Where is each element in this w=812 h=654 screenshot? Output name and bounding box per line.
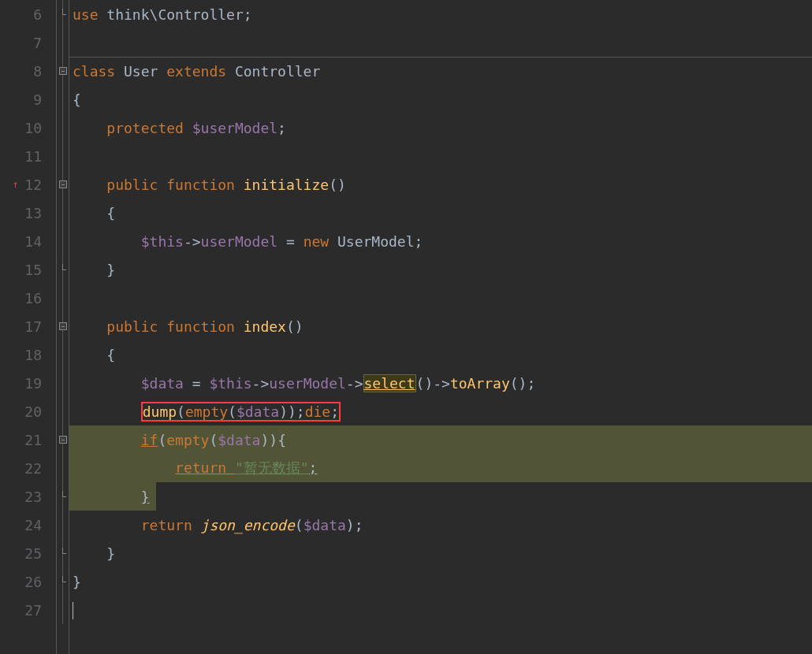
code-line[interactable] (69, 284, 812, 312)
code-line[interactable]: { (69, 340, 812, 369)
line-number[interactable]: 8 (0, 57, 56, 85)
line-number[interactable]: 6 (0, 0, 56, 28)
fold-close-icon[interactable] (59, 578, 67, 585)
code-line[interactable]: { (69, 85, 812, 113)
fold-open-icon[interactable] (59, 436, 67, 444)
separator-line (69, 57, 812, 58)
arrow-up-icon: ↑ (13, 179, 18, 190)
line-number[interactable]: 16 (0, 284, 56, 312)
fold-close-icon[interactable] (59, 266, 67, 273)
line-number[interactable]: 27 (0, 596, 56, 624)
code-editor: 6 7 8 9 10 11 ↑ 12 13 14 15 16 17 18 19 … (0, 0, 812, 654)
code-line[interactable]: return json_encode($data); (69, 511, 812, 539)
code-line[interactable]: public function initialize() (69, 170, 812, 199)
line-number[interactable]: 21 (0, 425, 56, 454)
code-line[interactable]: } (69, 567, 812, 596)
line-number[interactable]: 22 (0, 454, 56, 482)
fold-open-icon[interactable] (59, 322, 67, 330)
line-number[interactable]: 11 (0, 142, 56, 170)
code-line[interactable]: { (69, 199, 812, 227)
line-number[interactable]: 17 (0, 312, 56, 340)
fold-close-icon[interactable] (59, 10, 67, 18)
line-number[interactable]: 19 (0, 369, 56, 397)
code-line[interactable] (69, 28, 812, 57)
code-line[interactable]: public function index() (69, 312, 812, 340)
fold-open-icon[interactable] (59, 180, 67, 188)
fold-close-icon[interactable] (59, 549, 67, 557)
fold-open-icon[interactable] (59, 67, 67, 75)
code-line[interactable] (69, 142, 812, 170)
code-line[interactable]: class User extends Controller (69, 57, 812, 85)
line-number[interactable]: 20 (0, 397, 56, 425)
line-number[interactable]: 13 (0, 199, 56, 227)
line-number[interactable]: ↑ 12 (0, 170, 56, 199)
line-number[interactable]: 25 (0, 539, 56, 567)
code-line[interactable]: if(empty($data)){ (69, 425, 812, 454)
code-line[interactable]: } (69, 482, 812, 511)
line-number[interactable]: 18 (0, 340, 56, 369)
code-area[interactable]: use think\Controller; class User extends… (69, 0, 812, 654)
line-number-gutter: 6 7 8 9 10 11 ↑ 12 13 14 15 16 17 18 19 … (0, 0, 57, 654)
line-number[interactable]: 14 (0, 227, 56, 255)
line-number[interactable]: 23 (0, 482, 56, 511)
code-line[interactable]: $data = $this->userModel->select()->toAr… (69, 369, 812, 397)
fold-close-icon[interactable] (59, 492, 67, 500)
code-line[interactable]: protected $userModel; (69, 113, 812, 142)
code-line[interactable]: return "暂无数据"; (69, 454, 812, 482)
code-line[interactable]: use think\Controller; (69, 0, 812, 28)
line-number[interactable]: 10 (0, 113, 56, 142)
change-marker-icon[interactable] (2, 180, 11, 189)
code-line[interactable]: $this->userModel = new UserModel; (69, 227, 812, 255)
text-caret (73, 602, 73, 619)
code-line[interactable]: dump(empty($data));die; (69, 397, 812, 425)
annotation-box: dump(empty($data));die; (141, 402, 341, 422)
code-line[interactable]: } (69, 539, 812, 567)
line-number[interactable]: 24 (0, 511, 56, 539)
highlighted-method: select (363, 374, 416, 392)
code-line[interactable]: } (69, 255, 812, 284)
line-number[interactable]: 7 (0, 28, 56, 57)
line-number[interactable]: 15 (0, 255, 56, 284)
fold-gutter (57, 0, 69, 654)
line-number[interactable]: 26 (0, 567, 56, 596)
code-line[interactable] (69, 596, 812, 624)
line-number[interactable]: 9 (0, 85, 56, 113)
